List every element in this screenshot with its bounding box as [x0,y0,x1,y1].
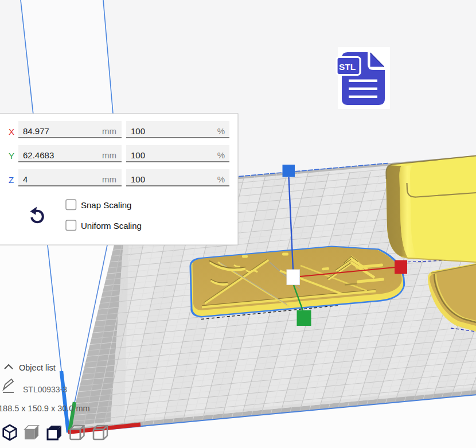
svg-text:Z: Z [9,175,14,185]
svg-text:STL00933-3: STL00933-3 [23,385,67,394]
svg-text:%: % [217,174,225,184]
svg-text:STL: STL [339,62,356,72]
svg-text:Uniform Scaling: Uniform Scaling [81,221,142,231]
svg-text:%: % [217,126,225,136]
svg-text:100: 100 [131,174,145,184]
svg-text:X: X [9,127,14,137]
svg-text:mm: mm [102,150,116,160]
svg-text:mm: mm [102,126,116,136]
svg-text:Snap Scaling: Snap Scaling [81,200,131,210]
svg-text:84.977: 84.977 [23,126,49,136]
svg-text:Object list: Object list [19,363,56,372]
svg-text:100: 100 [131,150,145,160]
svg-text:mm: mm [102,174,116,184]
svg-text:62.4683: 62.4683 [23,150,54,160]
svg-text:4: 4 [23,174,28,184]
svg-text:Y: Y [9,151,14,161]
svg-text:188.5 x 150.9 x 30.0 mm: 188.5 x 150.9 x 30.0 mm [0,404,90,413]
svg-text:%: % [217,150,225,160]
svg-text:100: 100 [131,126,145,136]
